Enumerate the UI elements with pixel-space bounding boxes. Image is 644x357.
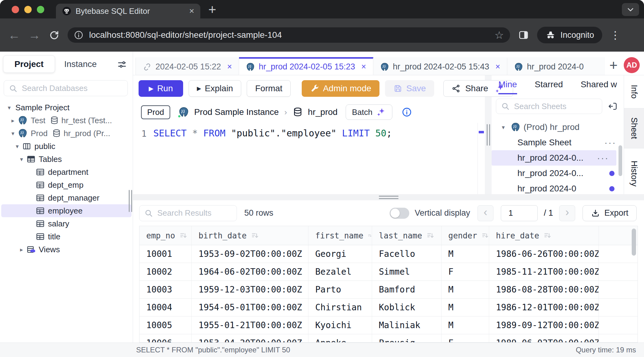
tab-starred[interactable]: Starred	[535, 80, 563, 94]
next-page-button[interactable]: ›	[559, 205, 575, 221]
column-header-emp_no[interactable]: emp_no	[139, 226, 192, 245]
more-actions-icon[interactable]: ···	[597, 153, 609, 163]
url-text[interactable]: localhost:8080/sql-editor/sheet/project-…	[89, 30, 489, 40]
url-bar[interactable]: localhost:8080/sql-editor/sheet/project-…	[68, 27, 510, 43]
sidebar-resize-handle[interactable]	[129, 190, 132, 212]
database-name[interactable]: hr_prod	[308, 107, 338, 117]
caret-down-icon[interactable]: ▾	[9, 130, 17, 137]
table-row[interactable]: 100011953-09-02T00:00:00ZGeorgiFacelloM1…	[139, 245, 638, 263]
table-row[interactable]: 100061953-04-20T00:00:00ZAnnekePreusigF1…	[139, 334, 638, 343]
editor-scrollbar[interactable]	[477, 123, 485, 194]
sheet-item-selected[interactable]: hr_prod 2024-0... ···	[492, 150, 616, 166]
column-header-hire_date[interactable]: hire_date	[489, 226, 599, 245]
tree-item-table-employee[interactable]: employee	[1, 204, 132, 217]
back-icon[interactable]: ←	[8, 29, 20, 41]
tree-item-instance-test[interactable]: ▸ Test hr_test (Test...	[1, 114, 132, 127]
export-button[interactable]: Export	[583, 205, 637, 221]
instance-name[interactable]: Prod Sample Instance	[194, 107, 279, 117]
sheet-group-prod[interactable]: ▾ (Prod) hr_prod	[492, 120, 624, 135]
tree-item-table-dept-emp[interactable]: dept_emp	[1, 178, 132, 191]
tab-mine[interactable]: Mine	[498, 80, 517, 94]
table-row[interactable]: 100051955-01-21T00:00:00ZKyoichiMaliniak…	[139, 316, 638, 334]
tree-item-table-salary[interactable]: salary	[1, 217, 132, 230]
caret-down-icon[interactable]: ▾	[13, 143, 22, 150]
filter-settings-icon[interactable]	[117, 59, 127, 70]
tab-project[interactable]: Project	[3, 55, 55, 73]
search-databases-input[interactable]	[4, 80, 128, 96]
worksheet-tab-1[interactable]: 2024-02-05 15:22 ×	[135, 57, 239, 75]
browser-menu-icon[interactable]: ⋮	[610, 29, 621, 41]
tree-item-table-dept-manager[interactable]: dept_manager	[1, 191, 132, 204]
browser-tab[interactable]: Bytebase SQL Editor ×	[56, 4, 200, 18]
close-worksheet-icon[interactable]: ×	[227, 62, 232, 72]
close-worksheet-icon[interactable]: ×	[361, 62, 366, 72]
sheet-item[interactable]: hr_prod 2024-0...	[492, 166, 624, 181]
sheet-item[interactable]: hr_prod 2024-0	[492, 181, 624, 194]
batch-button[interactable]: Batch	[346, 104, 393, 120]
new-worksheet-button[interactable]: +	[609, 57, 618, 73]
sort-icon[interactable]	[481, 232, 489, 240]
results-splitter[interactable]	[133, 194, 644, 200]
maximize-window-button[interactable]	[37, 6, 44, 13]
format-button[interactable]: Format	[247, 80, 291, 97]
prev-page-button[interactable]: ‹	[477, 205, 493, 221]
caret-right-icon[interactable]: ▸	[17, 246, 26, 253]
forward-icon[interactable]: →	[28, 29, 41, 41]
worksheet-tab-4[interactable]: hr_prod 2024-0	[507, 57, 605, 75]
vertical-display-toggle[interactable]	[390, 208, 409, 219]
save-button[interactable]: Save	[385, 80, 434, 97]
admin-mode-button[interactable]: Admin mode	[302, 80, 379, 97]
bookmark-star-icon[interactable]: ☆	[495, 29, 504, 41]
tab-history[interactable]: History	[624, 148, 644, 194]
more-actions-icon[interactable]: ···	[604, 137, 616, 148]
sort-icon[interactable]	[368, 232, 372, 240]
tab-info[interactable]: Info	[624, 75, 644, 108]
sql-code-area[interactable]: 1 SELECT * FROM "public"."employee" LIMI…	[133, 123, 485, 194]
worksheet-tab-2-active[interactable]: hr_prod 2024-02-05 15:23 ×	[239, 57, 373, 75]
table-row[interactable]: 100031959-12-03T00:00:00ZPartoBamfordM19…	[139, 281, 638, 299]
sort-icon[interactable]	[179, 232, 187, 240]
page-input[interactable]	[501, 205, 538, 221]
tab-shared[interactable]: Shared w	[581, 80, 617, 94]
close-worksheet-icon[interactable]: ×	[495, 62, 500, 72]
tab-sheet[interactable]: Sheet	[624, 108, 644, 148]
caret-down-icon[interactable]: ▾	[17, 156, 26, 163]
minimize-window-button[interactable]	[24, 6, 32, 13]
side-panel-icon[interactable]	[518, 29, 529, 41]
info-icon[interactable]	[402, 107, 412, 117]
search-results-input[interactable]	[139, 205, 237, 221]
caret-down-icon[interactable]: ▾	[499, 124, 508, 131]
site-info-icon[interactable]	[74, 30, 84, 40]
tab-search-button[interactable]	[622, 3, 639, 16]
tree-item-schema-public[interactable]: ▾ public	[1, 140, 132, 153]
table-row[interactable]: 100041954-05-01T00:00:00ZChirstianKoblic…	[139, 299, 638, 316]
environment-chip[interactable]: Prod	[141, 105, 170, 119]
tree-item-table-department[interactable]: department	[1, 166, 132, 178]
caret-right-icon[interactable]: ▸	[9, 117, 17, 124]
close-window-button[interactable]	[12, 6, 19, 13]
tree-item-project[interactable]: ▾ Sample Project	[1, 101, 132, 114]
run-button[interactable]: ▶ Run	[139, 80, 183, 97]
column-header-first_name[interactable]: first_name	[308, 226, 372, 245]
tree-item-instance-prod[interactable]: ▾ Prod hr_prod (Pr...	[1, 127, 132, 140]
tab-instance[interactable]: Instance	[55, 59, 106, 69]
drag-handle[interactable]	[487, 124, 490, 146]
reload-icon[interactable]	[49, 29, 60, 41]
results-scrollbar[interactable]	[632, 229, 636, 256]
column-header-birth_date[interactable]: birth_date	[192, 226, 308, 245]
window-controls[interactable]	[12, 6, 44, 13]
tree-item-table-title[interactable]: title	[1, 230, 132, 243]
caret-down-icon[interactable]: ▾	[5, 104, 14, 111]
tree-item-tables-group[interactable]: ▾ Tables	[1, 153, 132, 166]
new-tab-button[interactable]: +	[208, 2, 216, 17]
sort-icon[interactable]	[544, 232, 552, 240]
sheet-scrollbar[interactable]	[618, 145, 622, 176]
sort-icon[interactable]	[426, 232, 434, 240]
sort-icon[interactable]	[251, 232, 259, 240]
search-sheets-input[interactable]	[496, 99, 602, 114]
collapse-panel-icon[interactable]	[608, 101, 618, 112]
sheet-item[interactable]: Sample Sheet ···	[492, 135, 624, 150]
tree-item-views-group[interactable]: ▸ Views	[1, 243, 132, 256]
column-header-last_name[interactable]: last_name	[372, 226, 442, 245]
sql-code-line[interactable]: SELECT * FROM "public"."employee" LIMIT …	[153, 128, 392, 194]
